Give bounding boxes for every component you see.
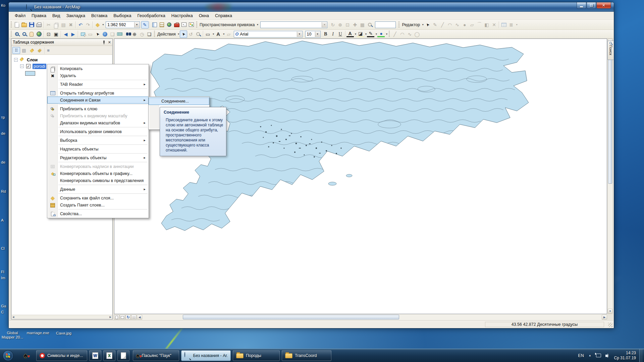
new-document-icon[interactable] — [13, 21, 20, 28]
toc-close-icon[interactable]: ✕ — [108, 40, 111, 45]
volume-icon[interactable] — [605, 354, 610, 358]
menu-item-selection[interactable]: Выборка — [47, 137, 149, 144]
new-freehand-gray-icon[interactable]: ∿ — [406, 31, 413, 38]
fill-color-button[interactable]: ◪ — [357, 31, 364, 37]
italic-button[interactable]: I — [329, 31, 337, 38]
font-family-combobox[interactable]: O Arial ▼ — [234, 31, 303, 38]
toolbar-grip[interactable] — [11, 21, 12, 28]
underline-button[interactable]: U — [337, 31, 344, 38]
menu-item-zoom-to-visible-scale[interactable]: ◆ Приблизить к видимому масштабу — [47, 112, 149, 119]
menu-item-save-as-layer-file[interactable]: ◆ Сохранить как файл слоя... — [47, 194, 149, 201]
edit-vertices-icon[interactable]: ▱ — [468, 21, 476, 28]
line-color-dropdown-arrow[interactable]: ▼ — [375, 33, 377, 35]
expander-porodi[interactable]: − — [20, 64, 24, 68]
rotate-raster-icon[interactable]: ↻ — [329, 21, 336, 28]
editor-sketch-tool-icon[interactable]: ✎ — [141, 21, 149, 28]
list-by-selection-icon[interactable]: ◈ — [36, 47, 43, 54]
vertical-scroll-thumb[interactable] — [608, 45, 612, 184]
desktop-icon-fragment[interactable]: Rd — [1, 189, 6, 193]
desktop-icon-fragment[interactable]: C — [1, 310, 4, 314]
measure-icon[interactable] — [116, 31, 123, 38]
zoom-out-icon[interactable]: - — [20, 31, 28, 38]
submenu-item-join[interactable]: Соединение... — [149, 98, 209, 105]
point-tool-icon[interactable]: ● — [461, 21, 468, 28]
bold-button[interactable]: B — [322, 31, 329, 38]
menu-view[interactable]: Вид — [49, 12, 63, 19]
menu-item-use-symbol-levels[interactable]: Использовать уровни символов — [47, 128, 149, 135]
model-builder-icon[interactable] — [188, 21, 195, 28]
taskbar-button-word[interactable]: W — [89, 350, 101, 361]
split-tool-icon[interactable]: ✕ — [490, 21, 498, 28]
font-size-combobox[interactable]: 10 ▼ — [305, 31, 321, 38]
toolbar-grip[interactable] — [398, 21, 399, 28]
menu-insert[interactable]: Вставка — [88, 12, 110, 19]
taskbar-button-arcmap[interactable]: Без названия - Ar... — [181, 350, 231, 361]
menu-edit[interactable]: Правка — [29, 12, 49, 19]
list-by-source-icon[interactable]: ▤ — [20, 47, 28, 54]
menu-item-tab-reader[interactable]: TAB Reader — [47, 81, 149, 88]
taskbar-button-excel[interactable]: X — [103, 350, 115, 361]
menu-file[interactable]: Файл — [12, 12, 29, 19]
toc-root-label[interactable]: Слои — [27, 58, 38, 62]
menu-item-remove[interactable]: ✖ Удалить — [47, 72, 149, 79]
fill-color-dropdown-arrow[interactable]: ▼ — [365, 33, 367, 35]
menu-item-convert-features-to-graphics[interactable]: ◆ Конвертировать объекты в графику... — [47, 170, 149, 177]
menu-item-joins-and-relates[interactable]: Соединения и Связи — [47, 97, 149, 104]
desktop-icon-fragment[interactable]: Cl — [1, 246, 5, 250]
zoom-to-link-icon[interactable] — [366, 21, 373, 28]
html-popup-icon[interactable]: ❑ — [109, 31, 116, 38]
save-icon[interactable] — [28, 21, 35, 28]
font-family-dropdown-arrow[interactable]: ▼ — [297, 32, 302, 37]
menu-item-data[interactable]: Данные — [47, 186, 149, 193]
catalog-window-icon[interactable] — [158, 21, 166, 28]
taskbar-button-porody-folder[interactable]: Породы — [233, 350, 280, 361]
pan-icon[interactable] — [28, 31, 35, 38]
select-features-icon[interactable]: ➤ — [79, 31, 87, 38]
new-curve-gray-icon[interactable]: ◠ — [398, 31, 406, 38]
add-data-icon[interactable]: ◆ — [94, 21, 101, 28]
menu-item-visible-scale-range[interactable]: Диапазон видимых масштабов — [47, 119, 149, 126]
table-of-contents-icon[interactable] — [151, 21, 158, 28]
scroll-down-arrow[interactable]: ▼ — [608, 309, 612, 314]
zoom-to-element-icon[interactable] — [195, 31, 202, 38]
menu-windows[interactable]: Окна — [196, 12, 212, 19]
fixed-zoom-out-icon[interactable]: ▣ — [52, 31, 60, 38]
toolbar-grip[interactable] — [11, 31, 12, 37]
refresh-view-icon[interactable]: ↻ — [125, 315, 131, 320]
add-control-points-icon[interactable]: ✚ — [351, 21, 359, 28]
menu-item-copy[interactable]: Копировать — [47, 65, 149, 72]
list-by-visibility-icon[interactable]: ◆ — [28, 47, 36, 54]
desktop-icon-fragment[interactable]: A — [1, 218, 4, 222]
map-vertical-scrollbar[interactable]: ▲ ▼ — [607, 39, 613, 314]
georeferencing-dropdown-arrow[interactable]: ▼ — [256, 23, 259, 26]
layer-symbol-swatch[interactable] — [25, 71, 35, 76]
pin-icon[interactable] — [102, 40, 106, 44]
menu-item-convert-symbology-to-representation[interactable]: Конвертировать символы в представления — [47, 177, 149, 184]
expander-layers[interactable]: − — [14, 58, 18, 62]
find-icon[interactable] — [123, 31, 131, 38]
menu-item-label-features[interactable]: Надписать объекты — [47, 145, 149, 153]
time-slider-icon[interactable]: ◷ — [138, 31, 146, 38]
paste-icon[interactable]: ▤ — [60, 21, 67, 28]
toc-horizontal-scrollbar[interactable]: ◀ ▶ — [12, 315, 112, 319]
endpoint-arc-icon[interactable]: ◠ — [446, 21, 453, 28]
identify-icon[interactable]: i — [101, 31, 109, 38]
full-extent-icon[interactable] — [35, 31, 43, 38]
draw-rectangle-icon[interactable]: ▭ — [204, 31, 212, 38]
copy-icon[interactable] — [52, 21, 60, 28]
toc-scroll-left-arrow[interactable]: ◀ — [12, 316, 14, 318]
toc-options-icon[interactable]: ≡ — [44, 47, 52, 54]
menu-customize[interactable]: Настройка — [168, 12, 196, 19]
desktop-icon-fragment[interactable]: Ga — [1, 304, 6, 308]
map-canvas[interactable] — [114, 39, 607, 314]
clock[interactable]: 14:23 Ср 31.07.19 — [614, 351, 636, 361]
next-extent-icon[interactable]: ▶ — [69, 31, 77, 38]
new-text-icon[interactable]: A — [215, 31, 222, 38]
trace-tool-icon[interactable]: ∿ — [453, 21, 461, 28]
clear-selection-icon[interactable]: ▭ — [87, 31, 94, 38]
add-data-dropdown-arrow[interactable]: ▼ — [102, 23, 104, 26]
language-indicator[interactable]: EN — [578, 353, 584, 358]
menu-item-zoom-to-layer[interactable]: ◆ Приблизить к слою — [47, 105, 149, 112]
taskbar-spider-solitaire-shortcut[interactable]: ♠ — [19, 350, 32, 361]
desktop-icon-global-mapper[interactable]: Global Mapper 20... — [1, 331, 24, 340]
